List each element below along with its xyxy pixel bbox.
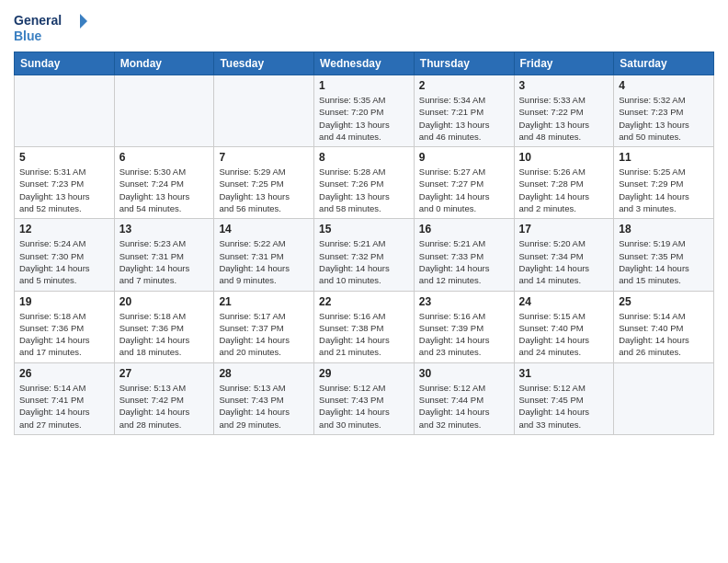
day-info: Sunrise: 5:20 AM Sunset: 7:34 PM Dayligh… <box>519 237 609 286</box>
day-info: Sunrise: 5:21 AM Sunset: 7:33 PM Dayligh… <box>419 237 509 286</box>
calendar-cell: 5Sunrise: 5:31 AM Sunset: 7:23 PM Daylig… <box>15 147 115 219</box>
day-info: Sunrise: 5:23 AM Sunset: 7:31 PM Dayligh… <box>119 237 210 286</box>
day-number: 7 <box>219 151 309 164</box>
weekday-header-saturday: Saturday <box>614 52 714 75</box>
day-number: 5 <box>19 151 109 164</box>
svg-text:Blue: Blue <box>14 29 42 43</box>
day-number: 9 <box>419 151 509 164</box>
calendar-cell: 2Sunrise: 5:34 AM Sunset: 7:21 PM Daylig… <box>414 75 514 147</box>
day-number: 31 <box>519 367 609 380</box>
day-info: Sunrise: 5:14 AM Sunset: 7:40 PM Dayligh… <box>619 310 709 359</box>
weekday-header-monday: Monday <box>114 52 214 75</box>
weekday-header-sunday: Sunday <box>15 52 115 75</box>
day-number: 18 <box>619 223 709 236</box>
day-info: Sunrise: 5:12 AM Sunset: 7:45 PM Dayligh… <box>519 382 609 431</box>
calendar-body: 1Sunrise: 5:35 AM Sunset: 7:20 PM Daylig… <box>15 75 714 435</box>
calendar-cell: 30Sunrise: 5:12 AM Sunset: 7:44 PM Dayli… <box>414 362 514 434</box>
day-number: 26 <box>19 367 109 380</box>
day-info: Sunrise: 5:18 AM Sunset: 7:36 PM Dayligh… <box>119 310 210 359</box>
day-info: Sunrise: 5:14 AM Sunset: 7:41 PM Dayligh… <box>19 382 109 431</box>
calendar-cell: 19Sunrise: 5:18 AM Sunset: 7:36 PM Dayli… <box>15 291 115 362</box>
weekday-row: SundayMondayTuesdayWednesdayThursdayFrid… <box>15 52 714 75</box>
day-info: Sunrise: 5:18 AM Sunset: 7:36 PM Dayligh… <box>19 310 109 359</box>
header: General Blue <box>14 9 714 46</box>
calendar-cell: 8Sunrise: 5:28 AM Sunset: 7:26 PM Daylig… <box>314 147 415 219</box>
day-info: Sunrise: 5:12 AM Sunset: 7:44 PM Dayligh… <box>419 382 509 431</box>
calendar-cell: 4Sunrise: 5:32 AM Sunset: 7:23 PM Daylig… <box>614 75 714 147</box>
calendar-cell: 7Sunrise: 5:29 AM Sunset: 7:25 PM Daylig… <box>214 147 314 219</box>
day-number: 20 <box>119 295 210 308</box>
day-number: 8 <box>319 151 409 164</box>
svg-marker-2 <box>80 14 87 29</box>
day-info: Sunrise: 5:35 AM Sunset: 7:20 PM Dayligh… <box>319 94 409 143</box>
day-info: Sunrise: 5:21 AM Sunset: 7:32 PM Dayligh… <box>319 237 409 286</box>
calendar-cell: 6Sunrise: 5:30 AM Sunset: 7:24 PM Daylig… <box>114 147 214 219</box>
calendar-header: SundayMondayTuesdayWednesdayThursdayFrid… <box>15 52 714 75</box>
day-number: 3 <box>519 79 609 92</box>
day-number: 12 <box>19 223 109 236</box>
day-number: 4 <box>619 79 709 92</box>
calendar-cell: 26Sunrise: 5:14 AM Sunset: 7:41 PM Dayli… <box>15 362 115 434</box>
calendar-cell: 28Sunrise: 5:13 AM Sunset: 7:43 PM Dayli… <box>214 362 314 434</box>
day-number: 13 <box>119 223 210 236</box>
calendar-cell: 12Sunrise: 5:24 AM Sunset: 7:30 PM Dayli… <box>15 219 115 291</box>
calendar-cell: 15Sunrise: 5:21 AM Sunset: 7:32 PM Dayli… <box>314 219 415 291</box>
day-info: Sunrise: 5:27 AM Sunset: 7:27 PM Dayligh… <box>419 166 509 214</box>
day-number: 15 <box>319 223 409 236</box>
weekday-header-thursday: Thursday <box>414 52 514 75</box>
day-number: 27 <box>119 367 210 380</box>
day-number: 6 <box>119 151 210 164</box>
day-info: Sunrise: 5:25 AM Sunset: 7:29 PM Dayligh… <box>619 166 709 214</box>
calendar-cell: 3Sunrise: 5:33 AM Sunset: 7:22 PM Daylig… <box>514 75 614 147</box>
calendar-cell: 29Sunrise: 5:12 AM Sunset: 7:43 PM Dayli… <box>314 362 415 434</box>
day-info: Sunrise: 5:31 AM Sunset: 7:23 PM Dayligh… <box>19 166 109 214</box>
calendar-cell: 27Sunrise: 5:13 AM Sunset: 7:42 PM Dayli… <box>114 362 214 434</box>
day-number: 21 <box>219 295 309 308</box>
calendar-cell: 17Sunrise: 5:20 AM Sunset: 7:34 PM Dayli… <box>514 219 614 291</box>
calendar-table: SundayMondayTuesdayWednesdayThursdayFrid… <box>14 52 714 435</box>
calendar-cell: 18Sunrise: 5:19 AM Sunset: 7:35 PM Dayli… <box>614 219 714 291</box>
day-number: 29 <box>319 367 409 380</box>
calendar-week-3: 12Sunrise: 5:24 AM Sunset: 7:30 PM Dayli… <box>15 219 714 291</box>
calendar-cell: 24Sunrise: 5:15 AM Sunset: 7:40 PM Dayli… <box>514 291 614 362</box>
logo: General Blue <box>14 9 87 46</box>
day-number: 10 <box>519 151 609 164</box>
day-info: Sunrise: 5:26 AM Sunset: 7:28 PM Dayligh… <box>519 166 609 214</box>
day-number: 17 <box>519 223 609 236</box>
day-number: 22 <box>319 295 409 308</box>
day-info: Sunrise: 5:16 AM Sunset: 7:39 PM Dayligh… <box>419 310 509 359</box>
day-info: Sunrise: 5:30 AM Sunset: 7:24 PM Dayligh… <box>119 166 210 214</box>
calendar-cell <box>114 75 214 147</box>
day-number: 24 <box>519 295 609 308</box>
calendar-cell <box>614 362 714 434</box>
calendar-cell: 14Sunrise: 5:22 AM Sunset: 7:31 PM Dayli… <box>214 219 314 291</box>
calendar-cell: 11Sunrise: 5:25 AM Sunset: 7:29 PM Dayli… <box>614 147 714 219</box>
day-number: 11 <box>619 151 709 164</box>
weekday-header-friday: Friday <box>514 52 614 75</box>
weekday-header-tuesday: Tuesday <box>214 52 314 75</box>
day-info: Sunrise: 5:12 AM Sunset: 7:43 PM Dayligh… <box>319 382 409 431</box>
day-info: Sunrise: 5:28 AM Sunset: 7:26 PM Dayligh… <box>319 166 409 214</box>
day-number: 23 <box>419 295 509 308</box>
day-info: Sunrise: 5:16 AM Sunset: 7:38 PM Dayligh… <box>319 310 409 359</box>
calendar-cell <box>15 75 115 147</box>
day-number: 30 <box>419 367 509 380</box>
svg-text:General: General <box>14 13 62 28</box>
calendar-cell <box>214 75 314 147</box>
calendar-cell: 25Sunrise: 5:14 AM Sunset: 7:40 PM Dayli… <box>614 291 714 362</box>
page: General Blue SundayMondayTuesdayWednesda… <box>0 0 728 563</box>
day-number: 16 <box>419 223 509 236</box>
logo-svg: General Blue <box>14 9 87 46</box>
day-number: 25 <box>619 295 709 308</box>
day-info: Sunrise: 5:32 AM Sunset: 7:23 PM Dayligh… <box>619 94 709 143</box>
calendar-cell: 16Sunrise: 5:21 AM Sunset: 7:33 PM Dayli… <box>414 219 514 291</box>
day-info: Sunrise: 5:19 AM Sunset: 7:35 PM Dayligh… <box>619 237 709 286</box>
calendar-week-4: 19Sunrise: 5:18 AM Sunset: 7:36 PM Dayli… <box>15 291 714 362</box>
day-info: Sunrise: 5:24 AM Sunset: 7:30 PM Dayligh… <box>19 237 109 286</box>
weekday-header-wednesday: Wednesday <box>314 52 415 75</box>
day-number: 2 <box>419 79 509 92</box>
calendar-cell: 1Sunrise: 5:35 AM Sunset: 7:20 PM Daylig… <box>314 75 415 147</box>
calendar-cell: 22Sunrise: 5:16 AM Sunset: 7:38 PM Dayli… <box>314 291 415 362</box>
day-number: 19 <box>19 295 109 308</box>
day-info: Sunrise: 5:13 AM Sunset: 7:43 PM Dayligh… <box>219 382 309 431</box>
